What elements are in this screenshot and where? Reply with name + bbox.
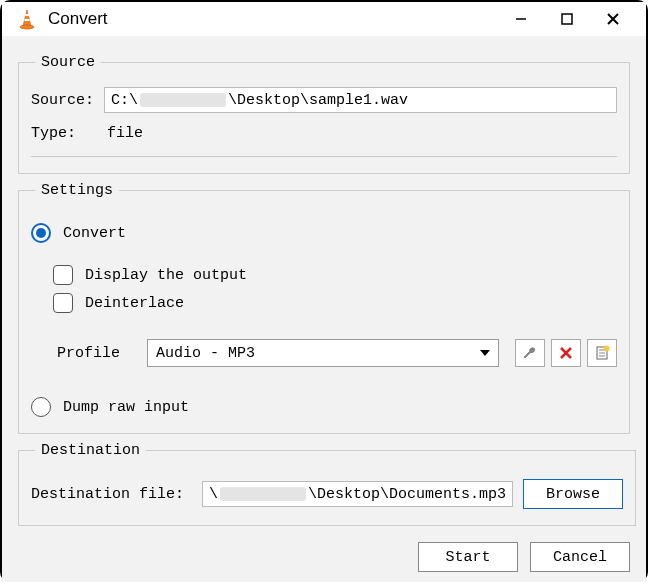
display-output-checkbox-row[interactable]: Display the output	[53, 265, 617, 285]
maximize-button[interactable]	[544, 2, 590, 36]
source-path-prefix: C:\	[111, 92, 138, 109]
destination-file-field[interactable]: \\Desktop\Documents.mp3	[202, 481, 513, 507]
source-path-suffix: \Desktop\sample1.wav	[228, 92, 408, 109]
source-legend: Source	[35, 54, 101, 71]
start-button[interactable]: Start	[418, 542, 518, 572]
dump-raw-radio[interactable]	[31, 397, 51, 417]
titlebar: Convert	[2, 2, 646, 36]
redacted-segment	[220, 487, 306, 501]
destination-prefix: \	[209, 486, 218, 503]
convert-radio-label: Convert	[63, 225, 126, 242]
start-button-label: Start	[445, 549, 490, 566]
svg-rect-1	[25, 14, 29, 16]
edit-profile-button[interactable]	[515, 339, 545, 367]
browse-button[interactable]: Browse	[523, 479, 623, 509]
deinterlace-checkbox-row[interactable]: Deinterlace	[53, 293, 617, 313]
cancel-button-label: Cancel	[553, 549, 607, 566]
convert-window: Convert Source Source: C:\\Desktop\sampl…	[0, 0, 648, 582]
vlc-cone-icon	[16, 8, 38, 30]
svg-marker-0	[23, 10, 31, 26]
dump-raw-radio-row[interactable]: Dump raw input	[31, 397, 617, 417]
type-value: file	[107, 125, 143, 142]
convert-radio-row[interactable]: Convert	[31, 223, 617, 243]
footer-buttons: Start Cancel	[18, 526, 630, 572]
settings-group: Settings Convert Display the output Dein…	[18, 182, 630, 434]
source-group: Source Source: C:\\Desktop\sample1.wav T…	[18, 54, 630, 174]
display-output-label: Display the output	[85, 267, 247, 284]
window-controls	[498, 2, 636, 36]
settings-legend: Settings	[35, 182, 119, 199]
source-separator	[31, 156, 617, 157]
minimize-button[interactable]	[498, 2, 544, 36]
destination-label: Destination file:	[31, 486, 184, 503]
client-area: Source Source: C:\\Desktop\sample1.wav T…	[2, 36, 646, 582]
deinterlace-label: Deinterlace	[85, 295, 184, 312]
type-label: Type:	[31, 125, 97, 142]
source-label: Source:	[31, 92, 94, 109]
window-title: Convert	[48, 9, 498, 29]
display-output-checkbox[interactable]	[53, 265, 73, 285]
chevron-down-icon	[480, 350, 490, 356]
destination-legend: Destination	[35, 442, 146, 459]
wrench-icon	[522, 345, 538, 361]
profile-label: Profile	[57, 345, 137, 362]
convert-radio[interactable]	[31, 223, 51, 243]
cancel-button[interactable]: Cancel	[530, 542, 630, 572]
deinterlace-checkbox[interactable]	[53, 293, 73, 313]
svg-rect-2	[24, 19, 29, 21]
dump-raw-label: Dump raw input	[63, 399, 189, 416]
x-icon	[558, 345, 574, 361]
svg-rect-5	[562, 14, 572, 24]
destination-group: Destination Destination file: \\Desktop\…	[18, 442, 636, 526]
browse-button-label: Browse	[546, 486, 600, 503]
redacted-segment	[140, 93, 226, 107]
svg-point-3	[20, 25, 34, 29]
profile-select[interactable]: Audio - MP3	[147, 339, 499, 367]
destination-suffix: \Desktop\Documents.mp3	[308, 486, 506, 503]
delete-profile-button[interactable]	[551, 339, 581, 367]
source-path-field[interactable]: C:\\Desktop\sample1.wav	[104, 87, 617, 113]
close-button[interactable]	[590, 2, 636, 36]
profile-value: Audio - MP3	[156, 345, 255, 362]
new-profile-button[interactable]	[587, 339, 617, 367]
new-document-icon	[594, 345, 610, 361]
svg-point-14	[604, 346, 610, 352]
